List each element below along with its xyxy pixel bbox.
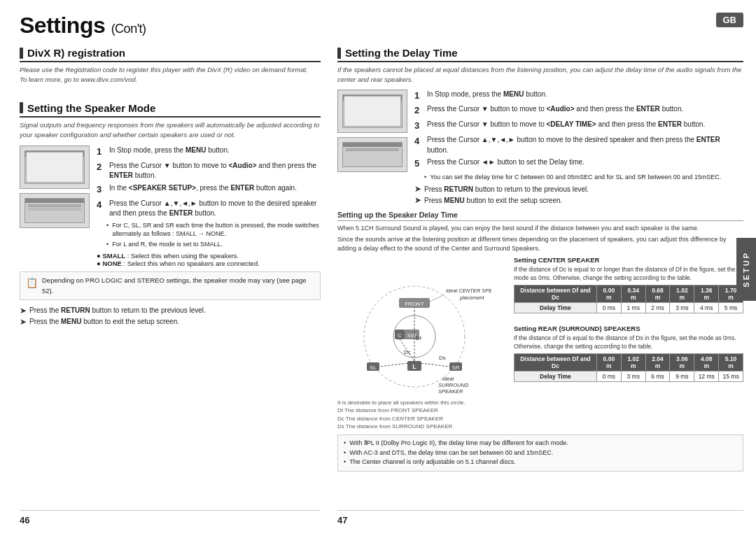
delay-section: Setting the Delay Time If the speakers c…: [337, 47, 743, 472]
speaker-diagram: L SW C FRONT: [337, 256, 505, 430]
rear-header-0: Distance between Df and Dc: [514, 353, 597, 371]
svg-text:placement: placement: [459, 295, 485, 301]
svg-text:placement: placement: [438, 395, 461, 396]
delay-steps-list: 1 In Stop mode, press the MENU button. 2…: [414, 90, 743, 207]
device-screen-bottom: [20, 193, 90, 228]
center-speaker-table: Distance between Df and Dc 0.00 m 0.34 m…: [514, 285, 743, 313]
return-lines-left: ➤ Press the RETURN button to return to t…: [20, 306, 321, 327]
delay-intro: If the speakers cannot be placed at equa…: [337, 65, 743, 85]
speaker-diagram-svg: L SW C FRONT: [337, 256, 491, 396]
return-line-1: ➤ Press the RETURN button to return to t…: [20, 306, 321, 316]
rear-speaker-table-block: Setting REAR (SURROUND) SPEAKERS If the …: [514, 325, 743, 382]
center-speaker-desc: If the distance of Dc is equal to or lon…: [514, 266, 743, 283]
two-columns: DivX R) registration Please use the Regi…: [20, 47, 743, 525]
delay-diagram-intro2: Since the sounds arrive at the listening…: [337, 235, 743, 253]
center-speaker-table-block: Setting CENTER SPEAKER If the distance o…: [514, 256, 743, 313]
title-cont: (Con't): [111, 22, 146, 36]
rear-header-1: 0.00 m: [596, 353, 621, 371]
center-val-1: 0 ms: [596, 303, 621, 313]
rear-speaker-table: Distance between Df and Dc 0.00 m 1.02 m…: [514, 353, 743, 382]
rear-val-2: 3 ms: [621, 371, 645, 381]
bottom-note-3: The Center channel is only adjustable on…: [344, 458, 737, 467]
center-header-5: 1.36 m: [694, 285, 719, 303]
rear-header-3: 2.04 m: [645, 353, 670, 371]
setup-tab: SETUP: [736, 238, 756, 301]
speaker-steps-list: 1 In Stop mode, press the MENU button. 2…: [97, 146, 321, 267]
bottom-notes: With ⅡPL II (Dolby Pro Logic II), the de…: [337, 434, 743, 472]
page-left: 46: [20, 515, 29, 525]
rear-val-5: 12 ms: [694, 371, 719, 381]
center-header-1: 0.00 m: [596, 285, 621, 303]
delay-title: Setting the Delay Time: [337, 47, 743, 62]
delay-step-5: 5 Press the Cursor ◄► button to set the …: [414, 157, 743, 171]
center-val-5: 4 ms: [694, 303, 719, 313]
rear-val-3: 6 ms: [645, 371, 670, 381]
delay-screen-bottom: [337, 137, 407, 172]
svg-text:Ds: Ds: [439, 355, 446, 361]
delay-diagram-intro: When 5.1CH Surround Sound is played, you…: [337, 224, 743, 233]
svg-text:Ideal: Ideal: [442, 376, 454, 382]
center-header-2: 0.34 m: [621, 285, 645, 303]
gb-badge: GB: [716, 13, 744, 27]
left-column: DivX R) registration Please use the Regi…: [20, 47, 321, 525]
step-2: 2 Press the Cursor ▼ button to move to <…: [97, 161, 321, 181]
speaker-steps-area: 1 In Stop mode, press the MENU button. 2…: [20, 146, 321, 267]
delay-step-1: 1 In Stop mode, press the MENU button.: [414, 90, 743, 103]
page-right: 47: [337, 515, 347, 525]
center-val-6: 5 ms: [719, 303, 743, 313]
bottom-note-2: With AC-3 and DTS, the delay time can be…: [344, 448, 737, 458]
center-header-4: 1.02 m: [670, 285, 694, 303]
speaker-mode-title: Setting the Speaker Mode: [20, 102, 321, 118]
delay-bullet-1: You can set the delay time for C between…: [424, 173, 743, 182]
delay-steps-area: 1 In Stop mode, press the MENU button. 2…: [337, 90, 743, 207]
svg-text:Dc: Dc: [404, 349, 411, 355]
divx-section: DivX R) registration Please use the Regi…: [20, 47, 321, 90]
page-container: Settings (Con't) GB DivX R) registration…: [0, 0, 756, 538]
svg-text:SURROUND: SURROUND: [438, 382, 469, 388]
rear-val-4: 9 ms: [670, 371, 694, 381]
step-3: 3 In the <SPEAKER SETUP>, press the ENTE…: [97, 183, 321, 197]
rear-header-5: 4.08 m: [694, 353, 719, 371]
delay-subtitle: Setting up the Speaker Delay Time: [337, 211, 743, 221]
divx-note: Please use the Registration code to regi…: [20, 65, 321, 85]
delay-step-3: 3 Press the Cursor ▼ button to move to <…: [414, 120, 743, 133]
rear-row-label: Delay Time: [514, 371, 597, 381]
center-header-3: 0.68 m: [645, 285, 670, 303]
step-4: 4 Press the Cursor ▲,▼,◄,► button to mov…: [97, 199, 321, 219]
center-val-2: 1 ms: [621, 303, 645, 313]
bullet-1: For C, SL, SR and SR each time the butto…: [106, 221, 321, 239]
bottom-note-1: With ⅡPL II (Dolby Pro Logic II), the de…: [344, 439, 737, 448]
small-none-labels: ● SMALL : Select this when using the spe…: [97, 252, 321, 267]
svg-text:Ideal CENTER SPEAKER: Ideal CENTER SPEAKER: [446, 288, 491, 294]
center-speaker-title: Setting CENTER SPEAKER: [514, 256, 743, 264]
right-column: Setting the Delay Time If the speakers c…: [337, 47, 743, 525]
speaker-note-box: 📋 Depending on PRO LOGIC and STEREO sett…: [20, 271, 321, 300]
step-1: 1 In Stop mode, press the MENU button.: [97, 146, 321, 159]
delay-step-4: 4 Press the Cursor ▲,▼,◄,► button to mov…: [414, 135, 743, 155]
rear-val-1: 0 ms: [596, 371, 621, 381]
bullet-2: For L and R, the mode is set to SMALL.: [106, 240, 321, 249]
tables-area: Setting CENTER SPEAKER If the distance o…: [514, 256, 743, 430]
page-numbers: 46: [20, 510, 321, 525]
center-val-4: 3 ms: [670, 303, 694, 313]
delay-return-2: ➤ Press MENU button to exit the setup sc…: [414, 195, 743, 205]
page-numbers-right: 47: [337, 510, 743, 525]
delay-step-2: 2 Press the Cursor ▼ button to move to <…: [414, 104, 743, 118]
page-title: Settings (Con't): [20, 13, 146, 38]
svg-line-23: [430, 295, 444, 302]
main-content: Settings (Con't) GB DivX R) registration…: [0, 0, 756, 538]
return-line-2: ➤ Press the MENU button to exit the setu…: [20, 317, 321, 327]
speaker-signal-note: Signal outputs and frequency responses f…: [20, 120, 321, 141]
rear-header-2: 1.02 m: [621, 353, 645, 371]
rear-speaker-title: Setting REAR (SURROUND) SPEAKERS: [514, 325, 743, 332]
rear-header-6: 5.10 m: [719, 353, 743, 371]
svg-text:SW: SW: [407, 332, 416, 339]
delay-images: [337, 90, 407, 207]
rear-header-4: 3.06 m: [670, 353, 694, 371]
divx-title: DivX R) registration: [20, 47, 321, 62]
title-bold: Settings: [20, 13, 105, 38]
svg-text:Df: Df: [416, 335, 422, 341]
svg-text:L: L: [412, 363, 416, 370]
speaker-mode-section: Setting the Speaker Mode Signal outputs …: [20, 102, 321, 505]
rear-val-6: 15 ms: [719, 371, 743, 381]
